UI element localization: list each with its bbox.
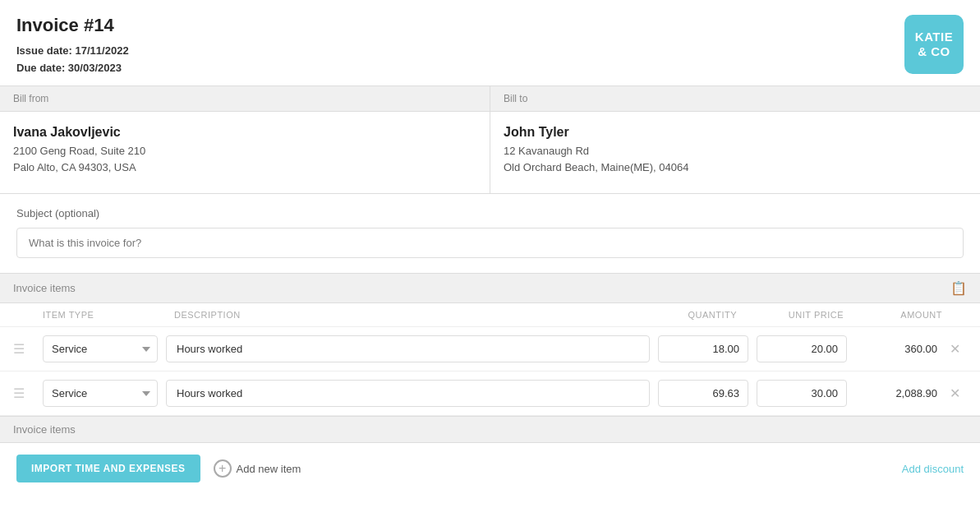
bill-section: Bill from Ivana Jakovljevic 2100 Geng Ro… xyxy=(0,85,980,195)
item-type-select[interactable]: Service Product xyxy=(43,380,158,407)
import-time-expenses-button[interactable]: IMPORT TIME AND EXPENSES xyxy=(16,455,200,482)
bill-to-addr1: 12 Kavanaugh Rd xyxy=(504,143,967,160)
bill-from-addr2: Palo Alto, CA 94303, USA xyxy=(13,159,476,177)
bill-to-addr2: Old Orchard Beach, Maine(ME), 04064 xyxy=(504,159,967,177)
add-item-label: Add new item xyxy=(237,463,301,475)
column-headers: ITEM TYPE DESCRIPTION QUANTITY UNIT PRIC… xyxy=(0,303,980,327)
bill-to-col: Bill to John Tyler 12 Kavanaugh Rd Old O… xyxy=(490,86,980,194)
item-quantity-input[interactable] xyxy=(658,380,748,407)
table-row: ☰ Service Product 2,088.90 ✕ xyxy=(0,372,980,416)
subject-label: Subject (optional) xyxy=(16,207,964,219)
drag-handle-icon[interactable]: ☰ xyxy=(13,385,43,401)
item-amount: 2,088.90 xyxy=(855,387,937,399)
due-date-value: 30/03/2023 xyxy=(68,62,122,74)
bottom-left-actions: IMPORT TIME AND EXPENSES + Add new item xyxy=(16,455,301,482)
bill-from-name: Ivana Jakovljevic xyxy=(13,125,476,140)
col-header-amount: AMOUNT xyxy=(844,310,942,320)
copy-icon[interactable]: 📋 xyxy=(950,280,967,296)
invoice-meta: Issue date: 17/11/2022 Due date: 30/03/2… xyxy=(16,43,129,77)
add-new-item-button[interactable]: + Add new item xyxy=(214,459,301,478)
issue-date-label: Issue date: xyxy=(16,44,72,57)
items-section-footer: Invoice items xyxy=(0,416,980,442)
subject-input[interactable] xyxy=(16,228,964,258)
invoice-items-section: Invoice items 📋 ITEM TYPE DESCRIPTION QU… xyxy=(0,273,980,443)
add-item-circle-icon: + xyxy=(214,459,232,478)
due-date-label: Due date: xyxy=(16,62,65,74)
item-type-select[interactable]: Service Product xyxy=(43,335,158,362)
invoice-info: Invoice #14 Issue date: 17/11/2022 Due d… xyxy=(16,15,129,77)
bill-from-col: Bill from Ivana Jakovljevic 2100 Geng Ro… xyxy=(0,86,490,194)
bottom-bar: IMPORT TIME AND EXPENSES + Add new item … xyxy=(0,443,980,494)
issue-date-value: 17/11/2022 xyxy=(76,44,129,57)
drag-handle-icon[interactable]: ☰ xyxy=(13,341,43,357)
invoice-page: Invoice #14 Issue date: 17/11/2022 Due d… xyxy=(0,0,980,517)
bill-to-header: Bill to xyxy=(490,86,980,112)
col-header-quantity: QUANTITY xyxy=(638,310,737,320)
invoice-title: Invoice #14 xyxy=(16,15,129,36)
remove-item-button[interactable]: ✕ xyxy=(942,341,967,357)
invoice-header: Invoice #14 Issue date: 17/11/2022 Due d… xyxy=(0,0,980,85)
col-header-item-type: ITEM TYPE xyxy=(43,310,174,320)
item-unit-price-input[interactable] xyxy=(757,335,847,362)
item-description-input[interactable] xyxy=(166,380,650,407)
subject-section: Subject (optional) xyxy=(0,194,980,258)
table-row: ☰ Service Product 360.00 ✕ xyxy=(0,327,980,372)
item-description-input[interactable] xyxy=(166,335,650,362)
bill-from-addr1: 2100 Geng Road, Suite 210 xyxy=(13,143,476,160)
company-logo: KATIE& CO xyxy=(904,15,964,74)
items-section-header: Invoice items 📋 xyxy=(0,274,980,303)
remove-item-button[interactable]: ✕ xyxy=(942,385,967,401)
bill-from-body: Ivana Jakovljevic 2100 Geng Road, Suite … xyxy=(0,112,490,194)
bill-from-header: Bill from xyxy=(0,86,490,112)
add-discount-link[interactable]: Add discount xyxy=(902,463,964,475)
item-unit-price-input[interactable] xyxy=(757,380,847,407)
col-header-unit-price: UNIT PRICE xyxy=(737,310,844,320)
item-quantity-input[interactable] xyxy=(658,335,748,362)
bill-to-name: John Tyler xyxy=(504,125,967,140)
bill-to-body: John Tyler 12 Kavanaugh Rd Old Orchard B… xyxy=(490,112,980,194)
item-amount: 360.00 xyxy=(855,343,937,355)
items-section-label: Invoice items xyxy=(13,282,76,294)
col-header-description: DESCRIPTION xyxy=(174,310,638,320)
